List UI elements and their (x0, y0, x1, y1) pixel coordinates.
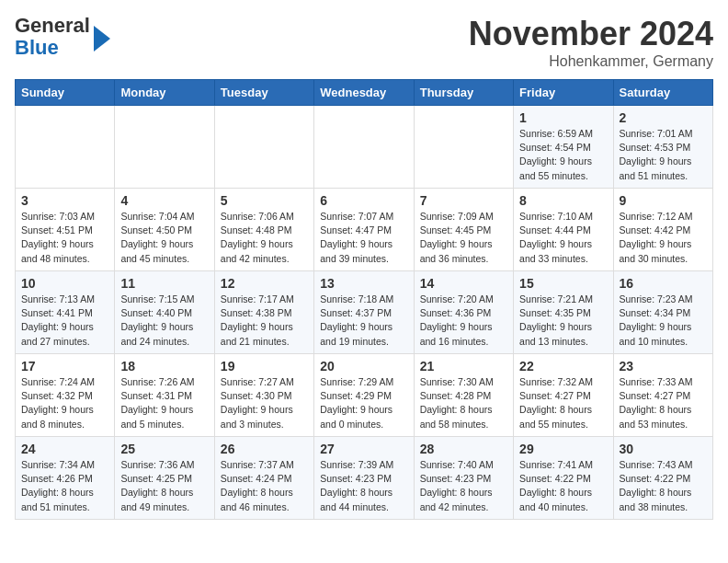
day-info: Sunrise: 7:36 AM Sunset: 4:25 PM Dayligh… (120, 458, 208, 514)
day-info: Sunrise: 7:06 AM Sunset: 4:48 PM Dayligh… (221, 210, 308, 266)
calendar-cell: 8Sunrise: 7:10 AM Sunset: 4:44 PM Daylig… (514, 189, 613, 271)
day-number: 26 (221, 442, 308, 456)
day-info: Sunrise: 7:37 AM Sunset: 4:24 PM Dayligh… (221, 458, 308, 514)
day-info: Sunrise: 7:15 AM Sunset: 4:40 PM Dayligh… (120, 293, 208, 349)
month-title: November 2024 (469, 15, 713, 53)
calendar-cell: 1Sunrise: 6:59 AM Sunset: 4:54 PM Daylig… (514, 106, 613, 189)
col-header-friday: Friday (514, 80, 613, 106)
day-info: Sunrise: 7:39 AM Sunset: 4:23 PM Dayligh… (320, 458, 407, 514)
day-number: 8 (519, 193, 607, 208)
day-number: 16 (620, 276, 707, 291)
location: Hohenkammer, Germany (469, 53, 713, 70)
calendar-cell: 28Sunrise: 7:40 AM Sunset: 4:23 PM Dayli… (414, 437, 513, 520)
day-number: 25 (120, 442, 208, 456)
calendar-cell: 25Sunrise: 7:36 AM Sunset: 4:25 PM Dayli… (115, 437, 214, 520)
col-header-sunday: Sunday (16, 80, 115, 106)
day-number: 6 (320, 193, 407, 208)
calendar-table: SundayMondayTuesdayWednesdayThursdayFrid… (15, 79, 713, 520)
logo-blue: Blue (15, 36, 59, 59)
calendar-week-row: 1Sunrise: 6:59 AM Sunset: 4:54 PM Daylig… (16, 106, 713, 189)
calendar-cell: 4Sunrise: 7:04 AM Sunset: 4:50 PM Daylig… (115, 189, 214, 271)
day-number: 19 (221, 359, 308, 373)
calendar-cell (115, 106, 214, 189)
day-info: Sunrise: 7:01 AM Sunset: 4:53 PM Dayligh… (620, 127, 707, 183)
day-info: Sunrise: 7:40 AM Sunset: 4:23 PM Dayligh… (420, 458, 507, 514)
day-info: Sunrise: 7:10 AM Sunset: 4:44 PM Dayligh… (519, 210, 607, 266)
calendar-cell: 19Sunrise: 7:27 AM Sunset: 4:30 PM Dayli… (214, 354, 313, 437)
calendar-cell: 11Sunrise: 7:15 AM Sunset: 4:40 PM Dayli… (115, 271, 214, 354)
day-number: 2 (620, 110, 707, 125)
day-number: 13 (320, 276, 407, 291)
calendar-cell: 29Sunrise: 7:41 AM Sunset: 4:22 PM Dayli… (514, 437, 613, 520)
calendar-cell: 15Sunrise: 7:21 AM Sunset: 4:35 PM Dayli… (514, 271, 613, 354)
day-info: Sunrise: 7:26 AM Sunset: 4:31 PM Dayligh… (120, 375, 208, 431)
day-number: 18 (120, 359, 208, 373)
day-info: Sunrise: 7:09 AM Sunset: 4:45 PM Dayligh… (420, 210, 507, 266)
title-section: November 2024 Hohenkammer, Germany (469, 15, 713, 70)
day-number: 17 (21, 359, 108, 373)
day-info: Sunrise: 7:21 AM Sunset: 4:35 PM Dayligh… (519, 293, 607, 349)
day-number: 22 (519, 359, 607, 373)
calendar-cell (214, 106, 313, 189)
calendar-cell: 26Sunrise: 7:37 AM Sunset: 4:24 PM Dayli… (214, 437, 313, 520)
day-info: Sunrise: 7:03 AM Sunset: 4:51 PM Dayligh… (21, 210, 108, 266)
calendar-week-row: 3Sunrise: 7:03 AM Sunset: 4:51 PM Daylig… (16, 189, 713, 271)
col-header-wednesday: Wednesday (314, 80, 414, 106)
day-info: Sunrise: 7:18 AM Sunset: 4:37 PM Dayligh… (320, 293, 407, 349)
calendar-cell: 10Sunrise: 7:13 AM Sunset: 4:41 PM Dayli… (16, 271, 115, 354)
day-number: 20 (320, 359, 407, 373)
day-number: 29 (519, 442, 607, 456)
day-number: 5 (221, 193, 308, 208)
calendar-cell: 12Sunrise: 7:17 AM Sunset: 4:38 PM Dayli… (214, 271, 313, 354)
calendar-cell: 7Sunrise: 7:09 AM Sunset: 4:45 PM Daylig… (414, 189, 513, 271)
day-info: Sunrise: 7:30 AM Sunset: 4:28 PM Dayligh… (420, 375, 507, 431)
day-info: Sunrise: 7:17 AM Sunset: 4:38 PM Dayligh… (221, 293, 308, 349)
day-info: Sunrise: 7:23 AM Sunset: 4:34 PM Dayligh… (620, 293, 707, 349)
day-number: 15 (519, 276, 607, 291)
day-info: Sunrise: 7:12 AM Sunset: 4:42 PM Dayligh… (620, 210, 707, 266)
day-info: Sunrise: 7:07 AM Sunset: 4:47 PM Dayligh… (320, 210, 407, 266)
day-info: Sunrise: 6:59 AM Sunset: 4:54 PM Dayligh… (519, 127, 607, 183)
day-number: 7 (420, 193, 507, 208)
day-number: 23 (620, 359, 707, 373)
calendar-cell (16, 106, 115, 189)
calendar-cell: 9Sunrise: 7:12 AM Sunset: 4:42 PM Daylig… (613, 189, 712, 271)
calendar-cell: 14Sunrise: 7:20 AM Sunset: 4:36 PM Dayli… (414, 271, 513, 354)
day-number: 10 (21, 276, 108, 291)
calendar-cell (414, 106, 513, 189)
calendar-cell: 27Sunrise: 7:39 AM Sunset: 4:23 PM Dayli… (314, 437, 414, 520)
calendar-cell: 5Sunrise: 7:06 AM Sunset: 4:48 PM Daylig… (214, 189, 313, 271)
day-number: 3 (21, 193, 108, 208)
day-info: Sunrise: 7:20 AM Sunset: 4:36 PM Dayligh… (420, 293, 507, 349)
col-header-monday: Monday (115, 80, 214, 106)
page-header: General Blue November 2024 Hohenkammer, … (15, 15, 713, 70)
calendar-cell: 6Sunrise: 7:07 AM Sunset: 4:47 PM Daylig… (314, 189, 414, 271)
calendar-cell: 17Sunrise: 7:24 AM Sunset: 4:32 PM Dayli… (16, 354, 115, 437)
day-number: 14 (420, 276, 507, 291)
col-header-thursday: Thursday (414, 80, 513, 106)
calendar-cell: 23Sunrise: 7:33 AM Sunset: 4:27 PM Dayli… (613, 354, 712, 437)
logo: General Blue (15, 15, 110, 59)
col-header-saturday: Saturday (613, 80, 712, 106)
calendar-cell: 22Sunrise: 7:32 AM Sunset: 4:27 PM Dayli… (514, 354, 613, 437)
calendar-week-row: 10Sunrise: 7:13 AM Sunset: 4:41 PM Dayli… (16, 271, 713, 354)
day-number: 28 (420, 442, 507, 456)
calendar-cell: 18Sunrise: 7:26 AM Sunset: 4:31 PM Dayli… (115, 354, 214, 437)
calendar-cell: 2Sunrise: 7:01 AM Sunset: 4:53 PM Daylig… (613, 106, 712, 189)
day-info: Sunrise: 7:32 AM Sunset: 4:27 PM Dayligh… (519, 375, 607, 431)
day-number: 24 (21, 442, 108, 456)
calendar-cell: 24Sunrise: 7:34 AM Sunset: 4:26 PM Dayli… (16, 437, 115, 520)
day-info: Sunrise: 7:24 AM Sunset: 4:32 PM Dayligh… (21, 375, 108, 431)
day-number: 11 (120, 276, 208, 291)
day-number: 30 (620, 442, 707, 456)
day-info: Sunrise: 7:04 AM Sunset: 4:50 PM Dayligh… (120, 210, 208, 266)
day-info: Sunrise: 7:34 AM Sunset: 4:26 PM Dayligh… (21, 458, 108, 514)
day-number: 1 (519, 110, 607, 125)
day-info: Sunrise: 7:41 AM Sunset: 4:22 PM Dayligh… (519, 458, 607, 514)
calendar-cell: 21Sunrise: 7:30 AM Sunset: 4:28 PM Dayli… (414, 354, 513, 437)
logo-general: General (15, 14, 90, 37)
col-header-tuesday: Tuesday (214, 80, 313, 106)
day-info: Sunrise: 7:27 AM Sunset: 4:30 PM Dayligh… (221, 375, 308, 431)
calendar-cell: 30Sunrise: 7:43 AM Sunset: 4:22 PM Dayli… (613, 437, 712, 520)
day-number: 27 (320, 442, 407, 456)
